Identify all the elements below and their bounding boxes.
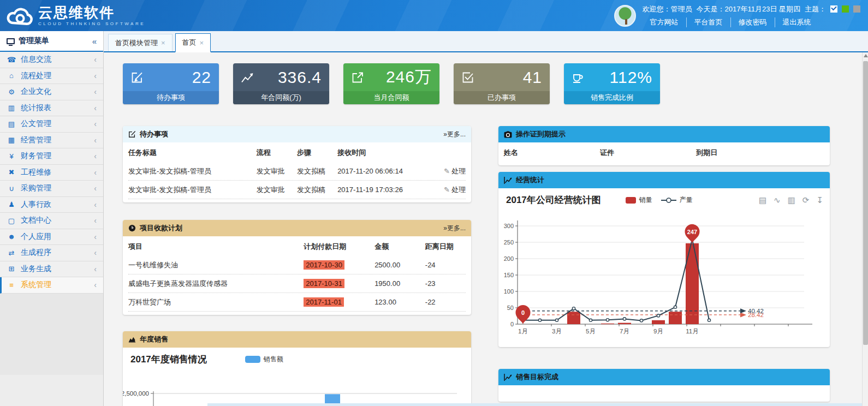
theme-blue-swatch[interactable]: [830, 5, 837, 13]
chevron-left-icon: ‹: [94, 216, 97, 225]
stat-card-done[interactable]: 41 已办事项: [454, 63, 550, 104]
legend-sales-swatch[interactable]: [245, 356, 260, 363]
chevron-left-icon: ‹: [94, 104, 97, 112]
chart-toolbox: ▤ ∿ ▥ ⟳ ↧: [759, 195, 823, 205]
chevron-left-icon: ‹: [94, 71, 97, 80]
sidebar-item-info-exchange[interactable]: ☎信息交流‹: [0, 52, 103, 68]
svg-text:11月: 11月: [686, 328, 698, 335]
stat-label: 年合同额(万): [233, 91, 329, 104]
svg-text:5月: 5月: [586, 328, 596, 335]
svg-text:3月: 3月: [552, 328, 562, 335]
sidebar-item-maintenance[interactable]: ✖工程维修‹: [0, 165, 103, 181]
edit-square-icon: [130, 71, 144, 84]
tab-home-module-mgmt[interactable]: 首页模块管理 ×: [108, 34, 173, 51]
chevron-left-icon: ‹: [94, 280, 97, 289]
app-logo: 云思维软件 CLOUD THINKING SOFTWARE: [5, 5, 145, 27]
legend-sales-volume-swatch[interactable]: [626, 197, 636, 204]
line-chart-icon[interactable]: ∿: [774, 195, 781, 205]
link-official-site[interactable]: 官方网站: [643, 17, 687, 27]
theme-gray-swatch[interactable]: [853, 5, 860, 13]
close-icon[interactable]: ×: [161, 39, 165, 47]
sidebar-item-official-docs[interactable]: ▤公文管理‹: [0, 116, 103, 133]
table-row: 威盛电子更换蒸发器温度传感器 2017-10-31 1950.00 -23: [128, 274, 466, 293]
panel-cert-expiry: 操作证到期提示 姓名证件到期日: [498, 126, 830, 165]
scrollbar[interactable]: [862, 52, 868, 406]
legend-sales-label: 销售额: [264, 355, 283, 364]
line-chart-icon: [504, 177, 512, 184]
bar-chart-icon[interactable]: ▥: [788, 195, 795, 205]
refresh-icon[interactable]: ⟳: [802, 195, 810, 205]
sidebar-item-reports[interactable]: ▥统计报表‹: [0, 100, 103, 117]
stat-card-annual-contract[interactable]: 336.4 年合同额(万): [233, 63, 329, 104]
sidebar-item-procurement[interactable]: ∪采购管理‹: [0, 181, 103, 197]
sidebar-item-business-gen[interactable]: ⊞业务生成‹: [0, 261, 103, 278]
stat-label: 当月合同额: [343, 91, 439, 104]
stat-value: 246万: [386, 66, 432, 88]
link-logout[interactable]: 退出系统: [775, 17, 819, 27]
building-icon: ▦: [7, 136, 16, 144]
clock-icon: [128, 224, 136, 232]
legend-output-label: 产量: [680, 195, 693, 205]
legend-output-marker[interactable]: [661, 198, 676, 203]
tab-home[interactable]: 首页 ×: [175, 33, 211, 52]
svg-text:247: 247: [687, 229, 697, 235]
payment-more-link[interactable]: »更多...: [443, 224, 466, 233]
svg-text:200: 200: [504, 255, 514, 262]
table-row: 万科世贸广场 2017-11-01 123.00 -22: [128, 293, 466, 312]
table-row: 发文审批-发文拟稿-管理员 发文审批 发文拟稿 2017-11-20 06:06…: [128, 162, 466, 181]
handle-link[interactable]: ✎处理: [444, 166, 466, 176]
stat-cards-row: 22 待办事项 336.4 年合同额(万): [123, 63, 862, 104]
link-platform-home[interactable]: 平台首页: [687, 17, 731, 27]
camera-icon: [504, 131, 512, 138]
stat-card-sales-ratio[interactable]: 112% 销售完成比例: [564, 63, 660, 104]
theme-green-swatch[interactable]: [842, 5, 849, 13]
bar-chart-icon: ▥: [7, 104, 16, 112]
handle-link[interactable]: ✎处理: [444, 185, 466, 195]
sidebar-item-personal-apps[interactable]: ☻个人应用‹: [0, 229, 103, 246]
chevron-left-icon: ‹: [94, 168, 97, 177]
scroll-up-icon[interactable]: [864, 54, 868, 57]
chevron-left-icon: ‹: [94, 265, 97, 273]
close-icon[interactable]: ×: [200, 39, 204, 47]
panel-title: 操作证到期提示: [516, 129, 566, 139]
stat-label: 已办事项: [454, 91, 550, 104]
svg-text:0: 0: [521, 309, 525, 316]
person-icon: ♟: [7, 200, 16, 208]
stat-card-month-contract[interactable]: 246万 当月合同额: [343, 63, 439, 104]
panel-payment-plan: 项目收款计划 »更多... 项目计划付款日期金额距离日期 一号机维修失油 201…: [123, 220, 471, 315]
sidebar-item-culture[interactable]: ⚙企业文化‹: [0, 84, 103, 100]
trend-up-icon: [241, 71, 254, 84]
sidebar-item-program-gen[interactable]: ⇄生成程序‹: [0, 245, 103, 261]
app-title: 云思维软件: [38, 5, 145, 20]
panel-title: 经营统计: [516, 175, 544, 185]
download-icon[interactable]: ↧: [816, 195, 823, 205]
sidebar-item-process[interactable]: ⌂流程处理‹: [0, 68, 103, 85]
avatar[interactable]: [614, 5, 636, 27]
list-icon: ≡: [7, 281, 16, 289]
sidebar-item-business-mgmt[interactable]: ▦经营管理‹: [0, 133, 103, 149]
welcome-text: 欢迎您：管理员: [643, 4, 692, 14]
bank-icon: ⌂: [7, 71, 16, 80]
link-change-password[interactable]: 修改密码: [731, 17, 775, 27]
scrollbar-thumb[interactable]: [863, 61, 868, 345]
svg-text:2,500,000: 2,500,000: [123, 390, 149, 397]
data-view-icon[interactable]: ▤: [759, 195, 766, 205]
chevron-left-icon: ‹: [94, 152, 97, 160]
stats-chart-title: 2017年公司经营统计图: [506, 194, 601, 206]
pencil-square-icon: [128, 130, 136, 138]
table-icon: ⊞: [7, 265, 16, 273]
chevron-left-icon: ‹: [94, 120, 97, 128]
stat-card-todo[interactable]: 22 待办事项: [123, 63, 219, 104]
external-link-icon: [351, 71, 364, 84]
annual-sales-chart: 2,500,0002,000,000: [123, 375, 460, 406]
sidebar-item-system-mgmt[interactable]: ≡系统管理‹: [0, 277, 103, 294]
sidebar-item-finance[interactable]: ¥财务管理‹: [0, 148, 103, 165]
sidebar-item-hr[interactable]: ♟人事行政‹: [0, 197, 103, 213]
todo-more-link[interactable]: »更多...: [443, 130, 466, 139]
sidebar-item-doc-center[interactable]: ▢文档中心‹: [0, 213, 103, 229]
file-icon: ▢: [7, 217, 16, 225]
area-chart-icon: [128, 336, 136, 343]
panel-annual-sales: 年度销售 2017年度销售情况 销售额 2,500,0002,000,000: [123, 331, 471, 406]
chevron-left-icon: ‹: [94, 248, 97, 257]
collapse-sidebar-button[interactable]: «: [92, 37, 97, 46]
